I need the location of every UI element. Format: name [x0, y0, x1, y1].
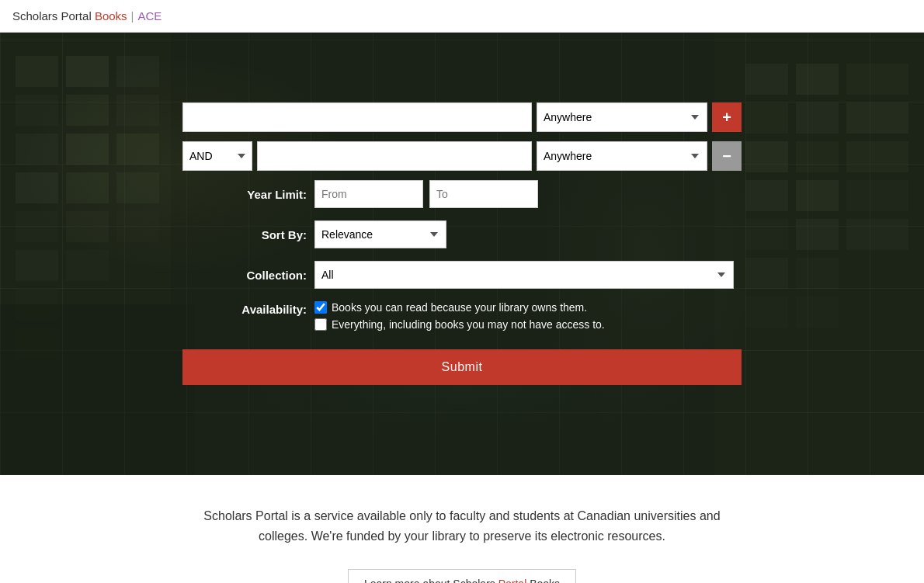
svg-rect-36	[846, 141, 908, 172]
availability-checkbox-1[interactable]	[314, 301, 327, 314]
title-pipe: |	[131, 9, 134, 23]
svg-rect-12	[66, 211, 109, 242]
svg-rect-0	[16, 56, 58, 87]
header-title: Scholars Portal Books|ACE	[12, 9, 162, 23]
availability-row: Availability: Books you can read because…	[182, 301, 742, 331]
svg-rect-29	[796, 141, 839, 172]
availability-option-2-label: Everything, including books you may not …	[332, 318, 605, 331]
svg-rect-9	[66, 95, 109, 126]
remove-row-button[interactable]: −	[712, 141, 742, 171]
footer: Scholars Portal is a service available o…	[0, 475, 924, 583]
availability-option-1-label: Books you can read because your library …	[332, 301, 587, 314]
year-to-input[interactable]	[429, 180, 538, 208]
year-from-input[interactable]	[314, 180, 423, 208]
svg-rect-30	[796, 180, 839, 211]
anywhere-select-1[interactable]: Anywhere Title Author Subject ISBN Publi…	[537, 102, 707, 132]
svg-rect-8	[66, 56, 109, 87]
boolean-select[interactable]: AND OR NOT	[182, 141, 252, 171]
learn-more-button[interactable]: Learn more about Scholars Portal Books	[348, 569, 576, 583]
year-limit-row: Year Limit:	[182, 180, 742, 208]
year-limit-label: Year Limit:	[182, 188, 307, 201]
search-form: Anywhere Title Author Subject ISBN Publi…	[167, 87, 757, 401]
svg-rect-37	[846, 180, 908, 211]
search-row-2: AND OR NOT Anywhere Title Author Subject…	[182, 141, 742, 171]
availability-checkbox-2[interactable]	[314, 318, 327, 331]
learn-more-text-prefix: Learn more about	[364, 578, 453, 583]
svg-rect-34	[846, 64, 908, 95]
svg-rect-14	[116, 56, 159, 87]
svg-rect-27	[796, 64, 839, 95]
title-scholars: Scholars Portal	[12, 9, 95, 23]
svg-rect-17	[116, 172, 159, 203]
availability-option-1[interactable]: Books you can read because your library …	[314, 301, 605, 314]
svg-rect-16	[116, 134, 159, 165]
anywhere-select-2[interactable]: Anywhere Title Author Subject ISBN Publi…	[537, 141, 707, 171]
search-input-main[interactable]	[182, 102, 532, 132]
svg-rect-2	[16, 134, 58, 165]
svg-rect-15	[116, 95, 159, 126]
learn-more-books: Books	[526, 578, 560, 583]
footer-description: Scholars Portal is a service available o…	[182, 506, 742, 546]
svg-rect-3	[16, 172, 58, 203]
svg-rect-38	[846, 219, 908, 250]
learn-more-scholars: Scholars	[453, 578, 498, 583]
header: Scholars Portal Books|ACE	[0, 0, 924, 33]
svg-rect-11	[66, 172, 109, 203]
svg-rect-32	[796, 258, 839, 289]
svg-rect-35	[846, 102, 908, 134]
collection-label: Collection:	[182, 269, 307, 282]
search-input-secondary[interactable]	[257, 141, 532, 171]
title-ace: ACE	[138, 9, 162, 23]
collection-row: Collection: All Open Access Purchased	[182, 261, 742, 289]
svg-rect-33	[796, 297, 839, 328]
svg-rect-28	[796, 102, 839, 134]
svg-rect-18	[116, 211, 159, 242]
hero-section: Anywhere Title Author Subject ISBN Publi…	[0, 33, 924, 475]
title-books: Books	[95, 9, 127, 23]
availability-label: Availability:	[182, 301, 307, 316]
collection-select[interactable]: All Open Access Purchased	[314, 261, 734, 289]
learn-more-portal: Portal	[498, 578, 527, 583]
search-row-1: Anywhere Title Author Subject ISBN Publi…	[182, 102, 742, 132]
sort-by-row: Sort By: Relevance Title Author Date	[182, 220, 742, 248]
submit-button[interactable]: Submit	[182, 349, 742, 385]
svg-rect-10	[66, 134, 109, 165]
form-section: Year Limit: Sort By: Relevance Title Aut…	[182, 180, 742, 385]
svg-rect-1	[16, 95, 58, 126]
add-row-button[interactable]: +	[712, 102, 742, 132]
sort-by-select[interactable]: Relevance Title Author Date	[314, 220, 446, 248]
availability-options: Books you can read because your library …	[314, 301, 605, 331]
year-inputs	[314, 180, 538, 208]
availability-option-2[interactable]: Everything, including books you may not …	[314, 318, 605, 331]
svg-rect-13	[66, 250, 109, 281]
sort-by-label: Sort By:	[182, 228, 307, 241]
svg-rect-4	[16, 211, 58, 242]
svg-rect-39	[0, 304, 194, 475]
svg-rect-5	[16, 250, 58, 281]
svg-rect-31	[796, 219, 839, 250]
